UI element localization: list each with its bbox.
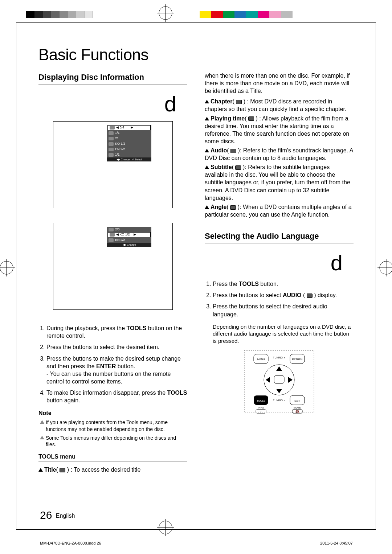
footer-filename: MM-D470D-ENG-ZA-0608.indd 26 — [40, 541, 101, 545]
page-title: Basic Functions — [38, 46, 354, 64]
osd-value: 3/4 — [120, 126, 124, 130]
osd-panel-1: ◀ 3/4 ▶ 1/1 21 KO 1/2 EN 2/2 1/1 ◀▶ Chan… — [53, 121, 173, 208]
clock-icon — [248, 116, 254, 121]
section-heading: Selecting the Audio Language — [205, 231, 354, 243]
color-bar — [200, 11, 293, 18]
step-item: During the playback, press the TOOLS but… — [46, 324, 187, 340]
osd-value: 1/1 — [115, 131, 120, 135]
note-heading: Note — [38, 409, 187, 417]
sub-note: Depending on the number of languages on … — [205, 323, 354, 345]
page-footer: 26 English — [40, 509, 75, 521]
osd-value: KO 1/2 — [115, 142, 125, 146]
chapter-icon — [236, 100, 242, 104]
svg-text:MENU: MENU — [257, 358, 265, 361]
right-column: when there is more than one on the disc.… — [205, 72, 354, 473]
svg-text:TUNING ∧: TUNING ∧ — [273, 356, 285, 359]
subtitle-icon — [235, 165, 241, 170]
osd-value: KO 1/2 — [120, 233, 130, 237]
step-item: Press the buttons to make the desired se… — [46, 355, 187, 385]
disc-glyph: d — [38, 90, 176, 118]
step-item: Press the buttons to select AUDIO ( ) di… — [213, 291, 354, 299]
svg-text:TOOLS: TOOLS — [257, 399, 265, 402]
page-language: English — [56, 513, 75, 519]
osd-value: 1/1 — [115, 153, 120, 157]
caution-icon — [40, 436, 44, 439]
def-subtitle: Subtitle( ): Refers to the subtitle lang… — [205, 163, 354, 202]
grayscale-bar — [26, 11, 101, 18]
osd-value: 2/3 — [115, 227, 120, 232]
print-footer: MM-D470D-ENG-ZA-0608.indd 26 2011-6-24 8… — [40, 541, 353, 545]
step-item: To make Disc information disappear, pres… — [46, 389, 187, 404]
svg-text:RETURN: RETURN — [292, 358, 302, 361]
svg-text:EXIT: EXIT — [294, 399, 300, 402]
crop-mark-left — [0, 259, 15, 276]
page-number: 26 — [40, 509, 52, 521]
intro-text: when there is more than one on the disc.… — [205, 72, 354, 95]
step-item: Press the TOOLS button. — [213, 280, 354, 288]
svg-text:TUNING ∨: TUNING ∨ — [273, 399, 285, 402]
step-item: Press the buttons to select the desired … — [213, 303, 354, 318]
def-chapter: Chapter( ) : Most DVD discs are recorded… — [205, 98, 354, 113]
section-heading: Displaying Disc Information — [38, 72, 187, 85]
step-item: Press the buttons to select the desired … — [46, 343, 187, 351]
osd-value: 21 — [115, 136, 119, 141]
def-angle: Angle( ): When a DVD contains multiple a… — [205, 203, 354, 218]
footer-timestamp: 2011-6-24 8:45:07 — [320, 541, 353, 545]
note-list: If you are playing contents from the Too… — [38, 419, 187, 448]
caution-icon — [40, 420, 44, 424]
osd-value: EN 2/2 — [115, 238, 125, 242]
left-column: Displaying Disc Information d ◀ 3/4 ▶ 1/… — [38, 72, 187, 473]
angle-icon — [230, 205, 236, 210]
remote-diagram: MENU RETURN TUNING ∧ TOOLS EXIT TUNING ∨ — [243, 349, 315, 416]
tools-entry: Title( ) : To access the desired title — [38, 466, 187, 473]
osd-panel-2: 2/3 ◀ KO 1/2 ▶ EN 2/2 ◀▶ Change — [53, 223, 173, 310]
audio-icon — [307, 294, 313, 298]
crop-mark-right — [377, 259, 392, 276]
tools-menu-heading: TOOLS menu — [38, 453, 187, 462]
svg-text:MUTE: MUTE — [294, 406, 301, 409]
crop-mark-top — [157, 4, 174, 22]
audio-icon — [230, 149, 236, 153]
osd-value: EN 2/2 — [115, 147, 125, 152]
steps-list-right: Press the TOOLS button. Press the button… — [205, 280, 354, 318]
title-icon — [60, 468, 65, 472]
def-audio: Audio( ): Refers to the ﬁlm's soundtrack… — [205, 147, 354, 162]
disc-glyph: d — [205, 249, 343, 277]
steps-list-left: During the playback, press the TOOLS but… — [38, 324, 187, 404]
svg-text:INFO: INFO — [258, 406, 264, 409]
def-playingtime: Playing time( ) : Allows playback of the… — [205, 115, 354, 145]
svg-text:🔇: 🔇 — [295, 410, 299, 413]
